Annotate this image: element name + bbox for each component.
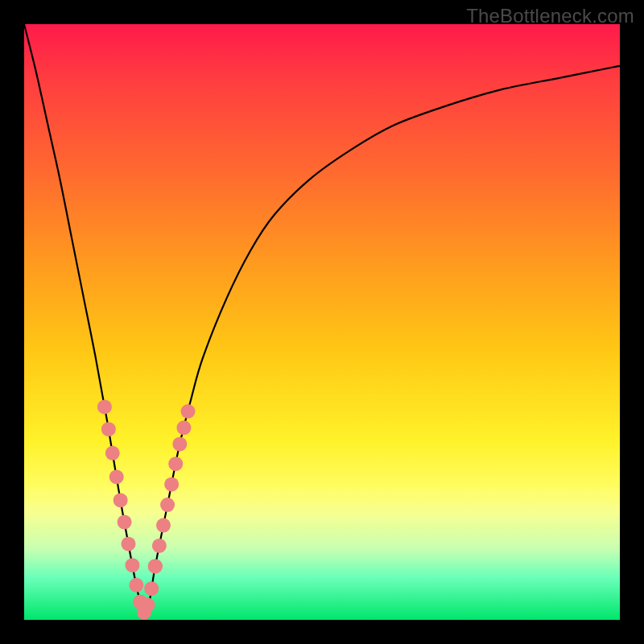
bead (97, 399, 112, 414)
outer-frame: TheBottleneck.com (0, 0, 644, 644)
bead (105, 446, 120, 460)
bottleneck-curve (24, 24, 620, 614)
bead (168, 456, 183, 471)
bead (164, 477, 179, 492)
bead (144, 581, 159, 596)
bead (152, 539, 167, 553)
bead (160, 497, 175, 512)
bead (141, 598, 155, 613)
bead (118, 515, 132, 530)
bead (172, 437, 187, 452)
curve-svg (24, 24, 620, 620)
bead (122, 537, 136, 551)
bead (101, 422, 116, 436)
bead (181, 404, 196, 419)
bead (156, 518, 171, 533)
bead (129, 578, 143, 592)
bead-group (97, 399, 196, 619)
bead (125, 558, 139, 572)
bead (148, 559, 163, 573)
bead (109, 469, 124, 484)
bead (114, 493, 128, 507)
plot-area (24, 24, 620, 620)
bead (176, 420, 191, 435)
watermark-text: TheBottleneck.com (466, 5, 634, 27)
